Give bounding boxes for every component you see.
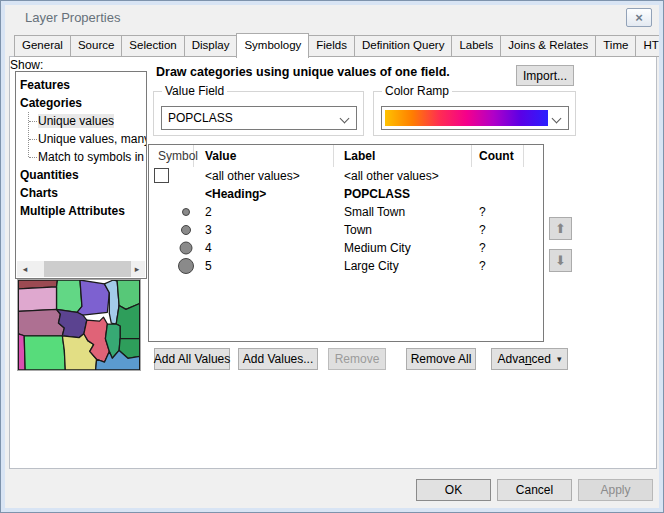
value-field-dropdown[interactable]: POPCLASS	[161, 106, 357, 130]
chevron-down-icon	[340, 114, 350, 124]
table-row-value-5[interactable]: 5 Large City ?	[149, 257, 543, 275]
title-bar[interactable]: Layer Properties ×	[1, 1, 663, 32]
map-preview-thumbnail	[17, 279, 141, 371]
color-ramp-dropdown[interactable]	[381, 106, 569, 130]
show-item-multiple-attributes[interactable]: Multiple Attributes	[20, 202, 125, 220]
column-header-label[interactable]: Label	[334, 145, 472, 167]
color-ramp-preview	[385, 110, 548, 126]
table-header-row: Symbol Value Label Count	[149, 145, 543, 167]
tab-general[interactable]: General	[14, 35, 71, 57]
tab-time[interactable]: Time	[595, 35, 636, 57]
move-down-button[interactable]: ⬇	[549, 249, 572, 272]
tab-fields[interactable]: Fields	[308, 35, 355, 57]
column-header-count[interactable]: Count	[472, 145, 524, 167]
table-row-value-4[interactable]: 4 Medium City ?	[149, 239, 543, 257]
value-field-groupbox: Value Field POPCLASS	[153, 91, 364, 136]
scrollbar-thumb[interactable]	[44, 261, 131, 277]
dialog-title: Layer Properties	[25, 10, 120, 25]
arrow-down-icon: ⬇	[555, 253, 566, 268]
show-item-unique-values-many[interactable]: Unique values, many	[38, 130, 147, 148]
tree-connector-line	[28, 112, 29, 157]
advanced-button[interactable]: Advanced ▾	[491, 348, 568, 370]
column-header-value[interactable]: Value	[194, 145, 334, 167]
map-preview-image	[18, 280, 140, 370]
scroll-left-icon[interactable]: ◂	[17, 261, 33, 277]
tree-branch	[29, 139, 37, 140]
scroll-right-icon[interactable]: ▸	[129, 261, 145, 277]
value-field-label: Value Field	[162, 84, 227, 98]
table-row-value-2[interactable]: 2 Small Town ?	[149, 203, 543, 221]
dropdown-arrow-icon: ▾	[557, 354, 562, 364]
tab-html-popup[interactable]: HTML Popup	[635, 35, 664, 57]
remove-all-button[interactable]: Remove All	[406, 348, 476, 370]
move-up-button[interactable]: ⬆	[549, 217, 572, 240]
unique-values-table: Symbol Value Label Count <all other valu…	[148, 144, 544, 342]
tree-branch	[29, 121, 37, 122]
close-button[interactable]: ×	[626, 8, 652, 27]
show-tree-list: Features Categories Unique values Unique…	[15, 71, 147, 279]
tab-definition-query[interactable]: Definition Query	[354, 35, 452, 57]
show-label: Show:	[10, 58, 43, 72]
instruction-text: Draw categories using unique values of o…	[156, 65, 450, 79]
arrow-up-icon: ⬆	[555, 221, 566, 236]
horizontal-scrollbar[interactable]: ◂ ▸	[17, 261, 145, 277]
point-symbol-icon	[178, 258, 194, 274]
tab-display[interactable]: Display	[184, 35, 238, 57]
point-symbol-icon	[180, 242, 193, 255]
tab-strip: General Source Selection Display Symbolo…	[15, 35, 664, 57]
table-row-value-3[interactable]: 3 Town ?	[149, 221, 543, 239]
tab-source[interactable]: Source	[70, 35, 122, 57]
show-item-features[interactable]: Features	[20, 76, 70, 94]
table-row-heading[interactable]: <Heading> POPCLASS	[149, 185, 543, 203]
point-symbol-icon	[182, 208, 190, 216]
tab-labels[interactable]: Labels	[451, 35, 501, 57]
chevron-down-icon	[552, 114, 562, 124]
close-icon: ×	[635, 10, 643, 25]
remove-button: Remove	[328, 348, 386, 370]
color-ramp-groupbox: Color Ramp	[373, 91, 576, 136]
layer-properties-dialog: Layer Properties × General Source Select…	[0, 0, 664, 513]
tree-branch	[29, 157, 37, 158]
column-header-symbol[interactable]: Symbol	[149, 145, 194, 167]
tab-selection[interactable]: Selection	[121, 35, 184, 57]
add-values-button[interactable]: Add Values...	[238, 348, 318, 370]
value-field-selected: POPCLASS	[168, 111, 233, 125]
table-row-all-other-values[interactable]: <all other values> <all other values>	[149, 167, 543, 185]
color-ramp-label: Color Ramp	[382, 84, 452, 98]
apply-button: Apply	[578, 479, 653, 501]
tab-symbology[interactable]: Symbology	[236, 33, 309, 58]
cancel-button[interactable]: Cancel	[497, 479, 572, 501]
show-item-charts[interactable]: Charts	[20, 184, 58, 202]
show-item-categories[interactable]: Categories	[20, 94, 82, 112]
ok-button[interactable]: OK	[416, 479, 491, 501]
import-button[interactable]: Import...	[516, 65, 574, 86]
tab-joins-relates[interactable]: Joins & Relates	[500, 35, 596, 57]
show-item-quantities[interactable]: Quantities	[20, 166, 79, 184]
point-symbol-icon	[181, 225, 191, 235]
all-other-values-checkbox[interactable]	[154, 168, 169, 183]
show-item-match-symbols[interactable]: Match to symbols in a	[38, 148, 147, 166]
add-all-values-button[interactable]: Add All Values	[154, 348, 230, 370]
show-item-unique-values[interactable]: Unique values	[38, 112, 114, 130]
